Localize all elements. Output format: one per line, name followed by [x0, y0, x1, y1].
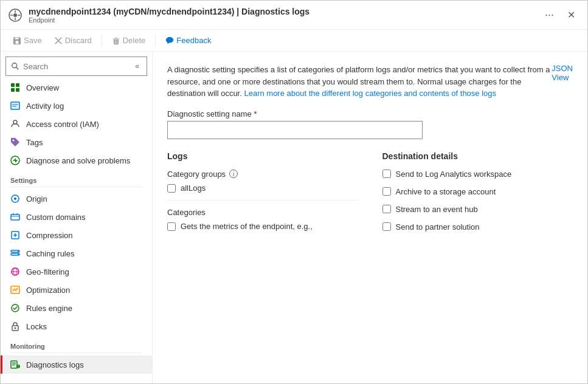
all-logs-checkbox[interactable] — [167, 184, 176, 193]
json-view-link[interactable]: JSON View — [552, 64, 573, 82]
two-column-layout: Logs Category groups i allLogs Categorie… — [167, 151, 573, 240]
diagnostic-name-input[interactable] — [167, 121, 423, 139]
sidebar-item-label: Activity log — [26, 101, 64, 111]
info-icon[interactable]: i — [229, 170, 238, 178]
custom-domains-icon — [10, 212, 20, 222]
access-control-icon — [10, 119, 20, 129]
optimization-icon — [10, 285, 20, 295]
category-groups-title: Category groups i — [167, 170, 358, 179]
sidebar-item-tags[interactable]: Tags — [1, 133, 152, 151]
sidebar-item-label: Locks — [26, 322, 47, 331]
rules-engine-icon — [10, 303, 20, 313]
sidebar-item-optimization[interactable]: Optimization — [1, 281, 152, 299]
categories-title: Categories — [167, 208, 358, 217]
event-hub-label[interactable]: Stream to an event hub — [396, 205, 478, 214]
sidebar-item-access-control[interactable]: Access control (IAM) — [1, 115, 152, 133]
svg-rect-10 — [11, 102, 19, 109]
sidebar-item-label: Origin — [26, 194, 47, 204]
sidebar-item-origin[interactable]: Origin — [1, 190, 152, 208]
discard-label: Discard — [65, 36, 92, 45]
save-button[interactable]: Save — [8, 33, 47, 47]
svg-point-13 — [13, 120, 17, 124]
sidebar-item-overview[interactable]: Overview — [1, 78, 152, 97]
toolbar-separator-1 — [102, 35, 102, 47]
sidebar-item-custom-domains[interactable]: Custom domains — [1, 208, 152, 226]
more-options-button[interactable]: ··· — [541, 7, 558, 22]
dest-item-log-analytics: Send to Log Analytics workspace — [382, 170, 573, 179]
sidebar-item-rules-engine[interactable]: Rules engine — [1, 299, 152, 317]
required-indicator: * — [254, 109, 257, 118]
svg-rect-6 — [11, 83, 15, 87]
sidebar-item-caching-rules[interactable]: Caching rules — [1, 244, 152, 262]
svg-rect-7 — [16, 83, 19, 87]
feedback-button[interactable]: Feedback — [161, 33, 216, 47]
svg-point-39 — [18, 367, 19, 368]
locks-icon — [10, 321, 20, 331]
overview-icon — [10, 83, 20, 92]
collapse-button[interactable]: « — [133, 60, 142, 73]
discard-icon — [54, 36, 63, 45]
sidebar-item-label: Diagnostics logs — [26, 360, 84, 369]
metrics-checkbox[interactable] — [167, 222, 176, 231]
svg-line-5 — [16, 67, 19, 70]
sidebar-item-compression[interactable]: Compression — [1, 226, 152, 244]
main-layout: « Overview Activity log Access control (… — [1, 52, 587, 383]
divider-1 — [167, 200, 358, 201]
diagnostic-name-field: Diagnostic setting name * — [167, 109, 573, 139]
storage-account-label[interactable]: Archive to a storage account — [396, 187, 496, 196]
sidebar-item-locks[interactable]: Locks — [1, 317, 152, 335]
save-label: Save — [24, 36, 42, 45]
diagnose-icon — [10, 156, 20, 165]
event-hub-checkbox[interactable] — [382, 205, 391, 213]
sidebar-item-label: Optimization — [26, 286, 70, 295]
all-logs-label[interactable]: allLogs — [181, 183, 206, 193]
logs-column: Logs Category groups i allLogs Categorie… — [167, 151, 358, 240]
close-button[interactable]: ✕ — [562, 8, 580, 22]
sidebar-item-diagnostics-logs[interactable]: Diagnostics logs — [1, 355, 152, 374]
description-row: A diagnostic setting specifies a list of… — [167, 64, 573, 109]
svg-point-25 — [18, 251, 19, 252]
metrics-label[interactable]: Gets the metrics of the endpoint, e.g., — [181, 222, 313, 231]
svg-point-26 — [18, 254, 19, 255]
svg-point-32 — [15, 327, 16, 329]
diagnostic-name-label: Diagnostic setting name * — [167, 109, 573, 118]
origin-icon — [10, 194, 20, 204]
description-block: A diagnostic setting specifies a list of… — [167, 64, 552, 100]
feedback-icon — [165, 36, 174, 45]
settings-section-header: Settings — [1, 170, 152, 187]
svg-point-4 — [12, 63, 17, 68]
partner-solution-label[interactable]: Send to partner solution — [396, 222, 480, 231]
svg-point-17 — [14, 197, 16, 200]
monitoring-section-header: Monitoring — [1, 335, 152, 352]
dest-item-partner-solution: Send to partner solution — [382, 222, 573, 231]
storage-account-checkbox[interactable] — [382, 187, 391, 196]
search-input[interactable] — [23, 62, 133, 71]
partner-solution-checkbox[interactable] — [382, 222, 391, 231]
svg-rect-18 — [11, 214, 19, 220]
content-area: A diagnostic setting specifies a list of… — [153, 52, 587, 383]
geo-filtering-icon — [10, 267, 20, 276]
title-bar-controls: ··· ✕ — [541, 7, 580, 22]
log-analytics-checkbox[interactable] — [382, 170, 391, 178]
svg-point-14 — [13, 140, 15, 142]
dest-item-storage-account: Archive to a storage account — [382, 187, 573, 196]
title-bar: mycdnendpoint1234 (myCDN/mycdnendpoint12… — [1, 1, 587, 30]
logs-title: Logs — [167, 151, 358, 161]
window-title: mycdnendpoint1234 (myCDN/mycdnendpoint12… — [29, 7, 541, 16]
toolbar-separator-2 — [155, 35, 156, 47]
destination-column: Destination details Send to Log Analytic… — [382, 151, 573, 240]
delete-button[interactable]: Delete — [107, 33, 151, 47]
sidebar-item-label: Caching rules — [26, 249, 75, 258]
learn-more-link[interactable]: Learn more about the different log categ… — [244, 89, 496, 98]
log-analytics-label[interactable]: Send to Log Analytics workspace — [396, 170, 512, 179]
sidebar: « Overview Activity log Access control (… — [1, 52, 153, 383]
sidebar-item-diagnose[interactable]: Diagnose and solve problems — [1, 151, 152, 170]
sidebar-item-label: Tags — [26, 138, 43, 147]
search-box[interactable]: « — [5, 57, 147, 76]
svg-rect-9 — [16, 88, 19, 92]
main-window: mycdnendpoint1234 (myCDN/mycdnendpoint12… — [0, 0, 588, 384]
sidebar-item-geo-filtering[interactable]: Geo-filtering — [1, 262, 152, 281]
sidebar-item-activity-log[interactable]: Activity log — [1, 97, 152, 115]
sidebar-item-label: Access control (IAM) — [26, 120, 99, 129]
discard-button[interactable]: Discard — [49, 33, 97, 47]
